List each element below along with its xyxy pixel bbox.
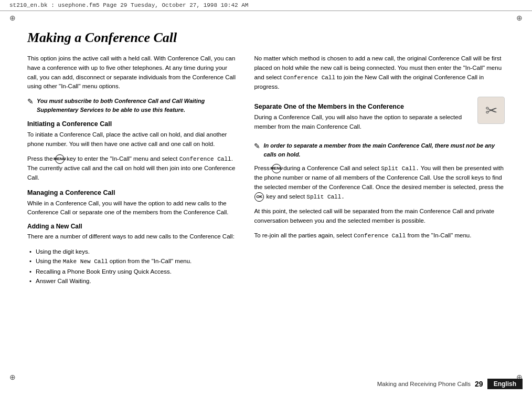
note1-text: You must subscribe to both Conference Ca… [37,97,237,114]
conference-call-code-2: Conference Call [354,233,406,239]
footer-page-number: 29 [475,380,483,388]
note1-icon: ✎ [27,97,34,106]
note2-text: In order to separate a member from the m… [263,141,505,159]
page-title: Making a Conference Call [27,30,505,46]
section-adding-heading: Adding a New Call [27,223,237,230]
page-content: Making a Conference Call This option joi… [0,11,532,391]
initiating-para2-start: Press the [27,155,55,162]
separate-intro: During a Conference Call, you will also … [254,113,505,132]
separate-icon: ✂ [485,102,497,119]
right-column: No matter which method is chosen to add … [254,54,505,288]
sep-p1-start: Press [254,165,271,171]
note2-block: ✎ In order to separate a member from the… [254,141,505,159]
intro-left-text: This option joins the active call with a… [27,54,237,91]
ok-key: OK [254,192,264,202]
left-column: This option joins the active call with a… [27,54,237,288]
initiating-para2: Press the MENU key to enter the "In-Call… [27,154,237,183]
intro-right-text: No matter which method is chosen to add … [254,54,505,91]
top-bar: st210_en.bk : usephone.fm5 Page 29 Tuesd… [0,0,532,11]
initiating-para1: To initiate a Conference Call, place the… [27,130,237,149]
footer-bar: Making and Receiving Phone Calls 29 Engl… [0,377,532,391]
managing-para: While in a Conference Call, you will hav… [27,199,237,218]
initiating-para2-mid: key to enter the "In-Call" menu and sele… [65,155,179,162]
separate-icon-box: ✂ [477,97,505,124]
bullet-1: Using the digit keys. [27,247,237,256]
separate-para3: To re-join all the parties again, select… [254,231,505,241]
sep-p1-mid: during a Conference Call and select [282,165,381,171]
bullet-4: Answer Call Waiting. [27,276,237,286]
section-initiating-heading: Initiating a Conference Call [27,120,237,128]
section-separate-heading: Separate One of the Members in the Confe… [254,103,505,110]
make-new-call-code: Make New Call [63,258,108,265]
top-bar-text: st210_en.bk : usephone.fm5 Page 29 Tuesd… [9,2,248,8]
adding-bullets: Using the digit keys. Using the Make New… [27,247,237,286]
bullet-2: Using the Make New Call option from the … [27,256,237,267]
separate-para1: Press MENU during a Conference Call and … [254,164,505,202]
footer-language-box: English [487,379,523,389]
separate-para2: At this point, the selected call will be… [254,207,505,226]
columns-container: This option joins the active call with a… [27,54,505,288]
section-managing-heading: Managing a Conference Call [27,189,237,196]
split-call-code-2: Split Call. [306,194,345,200]
sep-p3-end: from the "In-Call" menu. [406,232,471,238]
split-call-code-1: Split Call. [381,165,419,172]
bullet-3: Recalling a Phone Book Entry using Quick… [27,267,237,276]
adding-para: There are a number of different ways to … [27,232,237,242]
menu-key-1: MENU [55,154,65,164]
sep-p3-start: To re-join all the parties again, select [254,232,354,238]
conference-call-code-1: Conference Call [283,75,335,81]
menu-key-2: MENU [272,164,281,173]
note2-icon: ✎ [254,142,260,151]
initiating-para2-code: Conference Call [179,156,231,162]
footer-content: Making and Receiving Phone Calls 29 Engl… [377,379,523,389]
footer-chapter-text: Making and Receiving Phone Calls [377,381,471,387]
sep-p1-end2: key and select [264,193,306,200]
note1-block: ✎ You must subscribe to both Conference … [27,97,237,114]
